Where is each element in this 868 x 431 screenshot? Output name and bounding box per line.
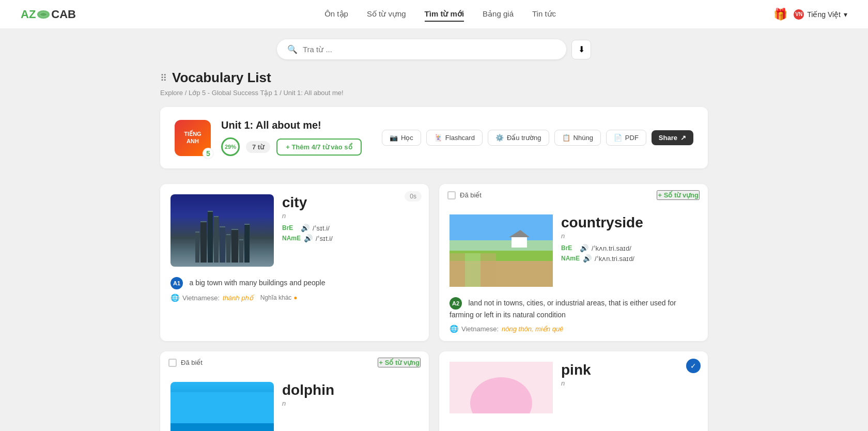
city-card-bottom: A1 a big town with many buildings and pe… [160,277,429,310]
city-bre-row: BrE 🔊 /ˈsɪt.i/ [282,224,419,232]
search-wrapper: 🔍 ⬇ [277,39,591,59]
bre-label-cs: BrE [561,244,577,252]
pdf-icon: 📄 [614,134,622,142]
breadcrumb-unit: Unit 1: All about me! [283,89,343,97]
unit-badge-text: TIẾNG ANH [184,131,201,144]
pdf-label: PDF [625,134,639,142]
countryside-name-row: NAmE 🔊 /ˈkʌn.tri.saɪd/ [561,254,698,263]
svg-rect-12 [171,423,274,431]
progress-circle: 29% [221,137,240,156]
so-tu-vung-btn-countryside[interactable]: + Số từ vựng [657,190,700,200]
city-bre-phonetic: /ˈsɪt.i/ [313,224,330,232]
countryside-pos: n [561,232,698,240]
pink-image [450,362,553,413]
city-word: city [282,194,419,211]
page-title: Vocabulary List [172,70,271,86]
dau-truong-icon: ⚙️ [495,134,504,142]
svg-rect-7 [465,253,481,287]
city-image [171,194,274,267]
cs-viet-prefix: Vietnamese: [461,325,499,333]
lang-flag: VN [794,9,804,20]
vietnamese-prefix: Vietnamese: [182,294,220,302]
pdf-button[interactable]: 📄 PDF [606,130,646,146]
dau-truong-label: Đấu trường [507,134,541,142]
city-definition: a big town with many buildings and peopl… [189,279,325,287]
main-content: ⠿ Vocabulary List Explore / Lớp 5 - Glob… [150,70,718,431]
dau-truong-button[interactable]: ⚙️ Đấu trường [488,130,549,146]
nghia-khac[interactable]: Nghĩa khác ● [260,294,298,301]
city-name-row: NAmE 🔊 /ˈsɪt.i/ [282,234,419,242]
lang-label: Tiếng Việt [807,10,841,19]
vocab-card-pink: ✓ pink n [439,351,708,431]
lang-selector[interactable]: VN Tiếng Việt ▾ [794,9,847,20]
hoc-button[interactable]: 📷 Học [382,130,421,146]
svg-rect-8 [481,253,496,287]
name-label: NAmE [282,235,301,242]
search-container: 🔍 [277,39,566,59]
pink-card-top: pink n [439,351,708,424]
unit-title: Unit 1: All about me! [221,119,371,131]
bre-label: BrE [282,224,298,232]
search-input[interactable] [303,45,556,54]
city-phonetics: BrE 🔊 /ˈsɪt.i/ NAmE 🔊 /ˈsɪt.i/ [282,224,419,242]
countryside-card-top: countryside n BrE 🔊 /ˈkʌn.tri.saɪd/ NAmE… [439,204,708,297]
nav-bang-gia[interactable]: Bảng giá [483,7,514,22]
countryside-name-speaker[interactable]: 🔊 [583,254,592,263]
flashcard-button[interactable]: 🃏 Flashcard [426,130,483,146]
logo[interactable]: AZ CAB [21,8,76,21]
vocab-card-city: 0s city [160,184,429,341]
breadcrumb-explore[interactable]: Explore [160,89,183,97]
nav-on-tap[interactable]: Ôn tập [324,7,348,22]
breadcrumb-book[interactable]: Lớp 5 - Global Success Tập 1 [189,89,278,97]
unit-actions: 📷 Học 🃏 Flashcard ⚙️ Đấu trường 📋 Nhúng … [382,130,693,146]
word-count-badge: 7 từ [246,141,270,153]
dolphin-card-top: dolphin n [160,372,429,431]
da-biet-check-dolphin[interactable]: Đã biết [168,359,203,367]
pink-check-badge: ✓ [686,359,701,373]
hoc-icon: 📷 [390,134,398,142]
nav-tin-tuc[interactable]: Tin tức [532,7,556,22]
city-bre-speaker[interactable]: 🔊 [301,224,309,232]
gift-icon[interactable]: 🎁 [773,8,787,21]
import-button[interactable]: ⬇ [571,40,591,59]
da-biet-check-countryside[interactable]: Đã biết [447,191,482,199]
main-nav: Ôn tập Số từ vựng Tìm từ mới Bảng giá Ti… [107,7,773,22]
unit-info: Unit 1: All about me! 29% 7 từ + Thêm 4/… [221,119,371,156]
page-title-row: ⠿ Vocabulary List [160,70,708,86]
cs-viet-icon: 🌐 [450,325,458,333]
pink-word: pink [561,362,698,378]
nhung-button[interactable]: 📋 Nhúng [554,130,601,146]
countryside-bre-row: BrE 🔊 /ˈkʌn.tri.saɪd/ [561,244,698,252]
share-button[interactable]: Share ↗ [652,130,693,145]
vietnamese-icon: 🌐 [171,294,179,302]
city-name-speaker[interactable]: 🔊 [304,234,313,242]
dolphin-pos: n [282,399,419,407]
countryside-card-bottom: A2 land not in towns, cities, or industr… [439,297,708,341]
add-words-button[interactable]: + Thêm 4/7 từ vào sổ [276,138,361,156]
import-icon: ⬇ [578,44,585,54]
so-tu-vung-btn-dolphin[interactable]: + Số từ vựng [378,358,421,367]
flashcard-label: Flashcard [445,134,475,142]
city-name-phonetic: /ˈsɪt.i/ [316,235,333,242]
countryside-bre-speaker[interactable]: 🔊 [580,244,588,252]
countryside-bre-phonetic: /ˈkʌn.tri.saɪd/ [592,244,631,252]
nav-tim-tu-moi[interactable]: Tìm từ mới [425,7,464,22]
svg-rect-5 [450,240,553,251]
unit-card: TIẾNG ANH 5 Unit 1: All about me! 29% 7 … [160,107,708,168]
nhung-icon: 📋 [562,134,570,142]
cs-viet-text: nông thôn, miền quê [502,325,563,333]
countryside-definition: land not in towns, cities, or industrial… [450,299,676,319]
unit-badge-num: 5 [203,148,214,159]
city-pos: n [282,212,419,220]
countryside-da-biet-row: Đã biết + Số từ vựng [439,184,708,204]
da-biet-checkbox-countryside[interactable] [447,191,456,199]
svg-rect-9 [512,236,527,248]
dolphin-details: dolphin n [282,382,419,411]
countryside-image [450,214,553,287]
svg-rect-6 [450,253,465,287]
nav-so-tu-vung[interactable]: Số từ vựng [367,7,406,22]
da-biet-checkbox-dolphin[interactable] [168,359,177,367]
da-biet-label-dolphin: Đã biết [181,359,203,366]
search-icon: 🔍 [287,44,298,54]
city-vietnamese: 🌐 Vietnamese: thành phố Nghĩa khác ● [171,294,419,302]
